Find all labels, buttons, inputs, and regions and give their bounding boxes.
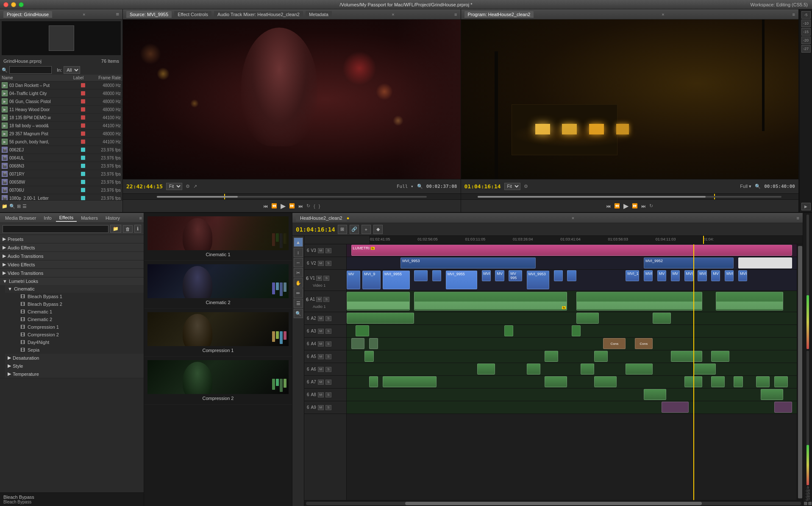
source-fit-select[interactable]: Fit (166, 183, 182, 190)
a4-cons-1[interactable]: Cons (603, 338, 626, 349)
project-panel-menu[interactable]: ≡ (116, 11, 119, 17)
program-prev-frame[interactable]: ⏮ (606, 204, 611, 209)
pen-tool[interactable]: ✏ (294, 288, 303, 298)
list-item[interactable]: ▶ 18 135 BPM DEMO.w 44100 Hz (0, 114, 122, 122)
source-next-frame[interactable]: ⏭ (298, 204, 303, 209)
v1-clip-mvi9955[interactable]: MVI_9955 (383, 271, 410, 289)
project-list-btn[interactable]: ☰ (22, 204, 27, 209)
source-step-back[interactable]: ⏪ (271, 203, 277, 209)
a8-s[interactable]: S (325, 392, 331, 397)
v1-clip-mv[interactable]: MV (347, 271, 360, 289)
effects-info-btn[interactable]: ℹ (134, 225, 141, 233)
v2-clip-3[interactable] (738, 257, 792, 268)
v2-toggle[interactable]: M (318, 261, 324, 266)
track-a6-content[interactable] (347, 363, 797, 376)
a2-m[interactable]: M (318, 316, 324, 321)
a4-cons-2[interactable]: Cons (635, 338, 653, 349)
zoom-tool[interactable]: 🔍 (294, 309, 303, 318)
a8-clip-1[interactable] (644, 389, 666, 400)
v1-clip-99[interactable]: MVI_99 (698, 270, 706, 281)
a7-clip-9[interactable] (774, 376, 788, 387)
v1-clip-4[interactable]: MV (495, 270, 504, 281)
h-scrollbar-thumb[interactable] (405, 502, 702, 505)
a5-s[interactable]: S (325, 354, 331, 359)
a6-clip-4[interactable] (626, 363, 653, 375)
program-zoom-icon[interactable]: 🔍 (755, 184, 761, 189)
a6-clip-5[interactable] (693, 363, 716, 375)
a5-clip-5[interactable] (711, 351, 729, 362)
project-new-item-btn[interactable]: 📁 (2, 204, 8, 209)
list-item[interactable]: ▶ 29 357 Magnum Pist 48000 Hz (0, 130, 122, 138)
lumetri-clip[interactable]: LUMETRI fx (351, 245, 793, 256)
list-item[interactable]: ▶ 18 fall body – wood& 44100 Hz (0, 122, 122, 130)
project-search-input[interactable] (9, 66, 52, 74)
timeline-timecode[interactable]: 01:04:16:14 (296, 226, 335, 233)
v1-clip-3[interactable]: MVI (482, 270, 491, 281)
v1-clip-mv4[interactable]: MV (711, 270, 720, 281)
program-next-frame[interactable]: ⏭ (641, 204, 646, 209)
v1-clip-91[interactable]: MVI_91 (684, 270, 693, 281)
a3-m[interactable]: M (318, 329, 324, 334)
a9-clip-2[interactable] (774, 402, 792, 413)
v1-clip-mv2[interactable]: MV (657, 270, 666, 281)
audio-transitions-group-header[interactable]: ▶ Audio Transitions (0, 252, 144, 260)
audio-effects-group-header[interactable]: ▶ Audio Effects (0, 243, 144, 252)
temperature-group-header[interactable]: ▶ Temperature (5, 370, 144, 378)
scrollbar-thumb[interactable] (798, 246, 802, 498)
project-search-btn[interactable]: 🔍 (9, 204, 15, 209)
source-timecode[interactable]: 22:42:44:15 (126, 183, 163, 190)
in-select[interactable]: All (64, 66, 80, 74)
a6-clip-3[interactable] (581, 363, 594, 375)
tab-history[interactable]: History (102, 215, 123, 221)
a4-clip-2[interactable] (369, 338, 378, 349)
timeline-menu[interactable]: ≡ (797, 215, 799, 221)
a4-m[interactable]: M (318, 341, 324, 347)
video-transitions-group-header[interactable]: ▶ Video Transitions (0, 269, 144, 277)
list-item[interactable]: ▶ 11 Heavy Wood Door 48000 Hz (0, 106, 122, 114)
track-v2-content[interactable]: MVI_9953 MVI_9952 (347, 257, 797, 270)
v1-clip-9x[interactable]: MVI_9 (738, 270, 747, 281)
list-item[interactable]: ▶ 03 Dan Rockett – Put 48000 Hz (0, 81, 122, 89)
program-tab[interactable]: Program: HeatHouse2_clean2 (464, 11, 534, 18)
scope-btn-2[interactable]: -10 (801, 20, 811, 27)
desaturation-group-header[interactable]: ▶ Desaturation (5, 354, 144, 362)
list-item[interactable]: 🎬 0068N3 23.976 fps (0, 162, 122, 170)
scope-btn-5[interactable]: -27 (801, 45, 811, 53)
program-monitor-close[interactable]: × (662, 12, 664, 17)
a9-s[interactable]: S (325, 405, 331, 410)
bleach-bypass-1-item[interactable]: 🎞 Bleach Bypass 1 (5, 293, 144, 300)
slip-tool[interactable]: ✋ (294, 278, 303, 288)
source-scrubbar[interactable] (123, 193, 461, 199)
a2-s[interactable]: S (325, 316, 331, 321)
program-timecode[interactable]: 01:04:16:14 (464, 183, 501, 190)
program-play[interactable]: ▶ (623, 202, 628, 210)
a8-m[interactable]: M (318, 392, 324, 397)
track-a7-content[interactable] (347, 376, 797, 389)
source-mark-in[interactable]: { (314, 204, 315, 209)
scope-btn-4[interactable]: -20 (801, 36, 811, 44)
a7-s[interactable]: S (325, 380, 331, 385)
tab-media-browser[interactable]: Media Browser (2, 215, 39, 221)
list-item[interactable]: 🎬 0071RY 23.976 fps (0, 170, 122, 178)
list-item[interactable]: 🎬 0062EJ 23.976 fps (0, 146, 122, 154)
v1-clip-995[interactable]: MV 995 (509, 270, 522, 281)
track-a1-content[interactable]: fx (347, 291, 797, 312)
v1-clip-2[interactable] (432, 270, 441, 281)
timeline-h-scrollbar[interactable] (304, 500, 803, 506)
track-a4-content[interactable]: Cons Cons (347, 338, 797, 350)
a1-clip-3[interactable] (576, 292, 702, 310)
effects-new-folder-btn[interactable]: 📁 (110, 225, 121, 233)
a1-clip-2[interactable]: fx (414, 292, 567, 310)
a1-s[interactable]: S (323, 297, 329, 302)
program-step-back[interactable]: ⏪ (614, 203, 620, 209)
project-panel-close[interactable]: × (83, 12, 85, 17)
program-loop[interactable]: ↻ (649, 203, 653, 209)
a7-clip-1[interactable] (369, 376, 378, 387)
v1-clip-1s[interactable]: MVI_1 (626, 270, 639, 281)
source-tab[interactable]: Source: MVI_9955 (126, 11, 172, 18)
compression-1-item[interactable]: 🎞 Compression 1 (5, 323, 144, 331)
bleach-bypass-2-item[interactable]: 🎞 Bleach Bypass 2 (5, 300, 144, 308)
workspace-selector[interactable]: Workspace: Editing (CS5.5) (750, 2, 808, 7)
timeline-scrollbar[interactable] (797, 244, 803, 500)
day4night-item[interactable]: 🎞 Day4Night (5, 338, 144, 346)
